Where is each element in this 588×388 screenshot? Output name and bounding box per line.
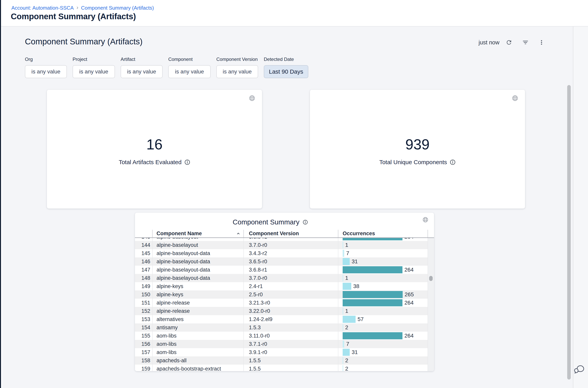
table-row[interactable]: 157aom-libs3.9.1-r031 (135, 348, 428, 356)
occurrences-cell: 2 (338, 365, 428, 371)
occurrences-bar[interactable] (343, 340, 344, 348)
occurrences-bar[interactable] (343, 238, 402, 240)
kebab-menu-icon[interactable] (539, 39, 544, 46)
row-number: 143 (135, 238, 152, 241)
component-name-cell: antisamy (152, 323, 244, 332)
occurrences-bar[interactable] (343, 349, 350, 356)
occurrences-bar[interactable] (343, 250, 344, 257)
occurrences-value: 264 (404, 238, 414, 240)
component-version-cell: 3.6.8-r1 (244, 266, 338, 274)
component-summary-page: Account: Automation-SSCA › Component Sum… (0, 0, 588, 388)
filter-value-button-component[interactable]: is any value (168, 65, 211, 78)
globe-icon (249, 95, 255, 101)
table-row[interactable]: 145alpine-baselayout-data3.4.3-r27 (135, 249, 428, 257)
row-number: 154 (135, 323, 152, 332)
occurrences-value: 1 (345, 308, 348, 314)
row-number: 148 (135, 274, 152, 282)
component-name-cell: alpine-baselayout-data (152, 249, 244, 257)
refresh-icon[interactable] (506, 39, 512, 46)
occurrences-value: 7 (346, 250, 349, 256)
header-component-name[interactable]: Component Name (152, 230, 244, 237)
stat-label-total-artifacts: Total Artifacts Evaluated (119, 159, 181, 166)
occurrences-bar[interactable] (343, 299, 402, 306)
component-version-cell: 2.4-r1 (244, 282, 338, 291)
occurrences-bar[interactable] (343, 308, 343, 315)
occurrences-cell: 31 (338, 257, 428, 266)
component-summary-table-card: Component Summary Component Name Compone… (135, 213, 434, 371)
filter-icon[interactable] (522, 39, 529, 46)
table-row[interactable]: 155aom-libs3.11.0-r0264 (135, 332, 428, 340)
component-name-cell: aom-libs (152, 340, 244, 348)
info-icon[interactable] (303, 219, 308, 225)
occurrences-bar[interactable] (343, 283, 351, 290)
filter-value-button-project[interactable]: is any value (73, 65, 115, 78)
table-scrollbar-thumb[interactable] (429, 276, 433, 281)
filter-bar: Orgis any valueProjectis any valueArtifa… (25, 57, 308, 78)
table-row[interactable]: 144alpine-baselayout3.7.0-r01 (135, 241, 428, 249)
table-row[interactable]: 156aom-libs3.7.1-r07 (135, 340, 428, 348)
stat-card-total-unique-components: 939 Total Unique Components (310, 90, 525, 209)
breadcrumb-account-link[interactable]: Account: Automation-SSCA (11, 5, 74, 11)
filter-org: Orgis any value (25, 57, 67, 78)
occurrences-value: 57 (358, 316, 364, 322)
component-version-cell: 3.7.1-r0 (244, 340, 338, 348)
table-scrollbar-track[interactable] (428, 238, 434, 371)
page-header: Account: Automation-SSCA › Component Sum… (1, 0, 588, 26)
table-row[interactable]: 159apacheds-bootstrap-extract1.5.52 (135, 365, 428, 371)
page-scrollbar-thumb[interactable] (567, 85, 571, 380)
table-row[interactable]: 158apacheds-all1.5.52 (135, 356, 428, 365)
dashboard-toolbar: just now (479, 38, 549, 47)
occurrences-bar[interactable] (343, 357, 343, 364)
occurrences-bar[interactable] (343, 316, 356, 323)
component-name-cell: alpine-release (152, 299, 244, 307)
table-row[interactable]: 152alpine-release3.22.0-r01 (135, 307, 428, 315)
row-number: 153 (135, 315, 152, 323)
table-row[interactable]: 148alpine-baselayout-data3.7.0-r01 (135, 274, 428, 282)
table-row[interactable]: 147alpine-baselayout-data3.6.8-r1264 (135, 266, 428, 274)
header-component-version[interactable]: Component Version (244, 230, 338, 237)
row-number: 156 (135, 340, 152, 348)
occurrences-value: 7 (346, 341, 349, 347)
table-row[interactable]: 143alpine-baselayout3.6.8-r1264 (135, 238, 428, 241)
occurrences-bar[interactable] (343, 242, 343, 249)
stat-card-total-artifacts: 16 Total Artifacts Evaluated (47, 90, 262, 209)
table-row[interactable]: 150alpine-keys2.5-r0265 (135, 291, 428, 299)
header-occurrences[interactable]: Occurrences (338, 230, 428, 237)
breadcrumb-chevron-icon: › (76, 4, 78, 11)
globe-icon (512, 95, 518, 101)
right-rail (573, 26, 588, 388)
component-name-cell: alpine-baselayout-data (152, 266, 244, 274)
filter-value-button-detected-date[interactable]: Last 90 Days (264, 65, 308, 78)
row-number: 155 (135, 332, 152, 340)
breadcrumb-current-link[interactable]: Component Summary (Artifacts) (81, 5, 154, 11)
component-name-cell: alpine-release (152, 307, 244, 315)
table-row[interactable]: 149alpine-keys2.4-r138 (135, 282, 428, 291)
component-name-cell: apacheds-bootstrap-extract (152, 365, 244, 371)
info-icon[interactable] (450, 159, 456, 165)
occurrences-cell: 7 (338, 340, 428, 348)
table-row[interactable]: 154antisamy1.5.32 (135, 323, 428, 332)
info-icon[interactable] (184, 159, 190, 165)
filter-value-button-component-version[interactable]: is any value (216, 65, 258, 78)
occurrences-value: 2 (345, 324, 348, 331)
component-version-cell: 3.7.0-r0 (244, 274, 338, 282)
occurrences-bar[interactable] (343, 274, 343, 282)
row-number: 146 (135, 257, 152, 266)
row-number: 147 (135, 266, 152, 274)
table-row[interactable]: 153alternatives1.24-2.el957 (135, 315, 428, 323)
occurrences-bar[interactable] (343, 324, 343, 331)
occurrences-bar[interactable] (343, 266, 402, 273)
occurrences-bar[interactable] (343, 332, 402, 339)
filter-artifact: Artifactis any value (121, 57, 163, 78)
occurrences-bar[interactable] (343, 365, 343, 371)
occurrences-bar[interactable] (343, 258, 350, 265)
occurrences-value: 1 (345, 275, 348, 281)
table-row[interactable]: 151alpine-release3.21.3-r0264 (135, 299, 428, 307)
filter-value-button-org[interactable]: is any value (25, 65, 67, 78)
chat-support-icon[interactable] (573, 364, 585, 376)
table-row[interactable]: 146alpine-baselayout-data3.6.5-r031 (135, 257, 428, 266)
component-version-cell: 3.6.5-r0 (244, 257, 338, 266)
occurrences-bar[interactable] (343, 291, 403, 298)
occurrences-value: 264 (404, 300, 414, 306)
filter-value-button-artifact[interactable]: is any value (121, 65, 163, 78)
